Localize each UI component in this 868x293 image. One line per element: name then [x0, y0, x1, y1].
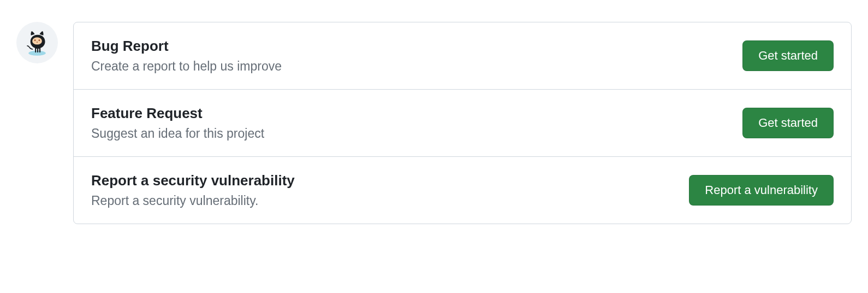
report-vulnerability-button[interactable]: Report a vulnerability: [689, 175, 834, 206]
svg-point-4: [37, 42, 38, 43]
issue-template-chooser: Bug Report Create a report to help us im…: [16, 22, 852, 224]
template-description: Suggest an idea for this project: [91, 126, 264, 141]
template-list: Bug Report Create a report to help us im…: [73, 22, 852, 224]
octocat-icon: [22, 26, 52, 59]
template-row-feature-request: Feature Request Suggest an idea for this…: [74, 90, 851, 157]
template-title: Bug Report: [91, 38, 282, 55]
template-row-security-vulnerability: Report a security vulnerability Report a…: [74, 157, 851, 224]
template-title: Report a security vulnerability: [91, 172, 295, 189]
template-description: Report a security vulnerability.: [91, 194, 295, 208]
template-info: Bug Report Create a report to help us im…: [91, 38, 282, 74]
svg-point-2: [34, 39, 36, 41]
get-started-button[interactable]: Get started: [742, 40, 834, 71]
template-row-bug-report: Bug Report Create a report to help us im…: [74, 22, 851, 90]
template-title: Feature Request: [91, 105, 264, 122]
svg-point-1: [32, 37, 42, 44]
template-info: Feature Request Suggest an idea for this…: [91, 105, 264, 141]
get-started-button[interactable]: Get started: [742, 108, 834, 138]
template-description: Create a report to help us improve: [91, 59, 282, 74]
avatar: [16, 22, 58, 63]
svg-point-3: [39, 39, 40, 41]
template-info: Report a security vulnerability Report a…: [91, 172, 295, 208]
